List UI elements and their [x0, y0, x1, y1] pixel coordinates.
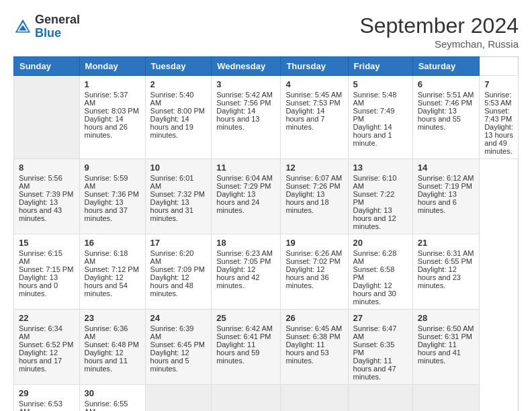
day-number: 8: [19, 163, 75, 173]
sunrise-label: Sunrise: 5:51 AM: [418, 91, 474, 99]
sunrise-label: Sunrise: 6:42 AM: [216, 324, 273, 332]
sunset-label: Sunset: 7:02 PM: [285, 257, 340, 265]
day-number: 12: [285, 163, 343, 173]
calendar-cell: 3 Sunrise: 5:42 AM Sunset: 7:56 PM Dayli…: [212, 76, 281, 159]
sunset-label: Sunset: 7:39 PM: [19, 190, 73, 198]
day-number: 29: [19, 388, 75, 398]
sunset-label: Sunset: 6:52 PM: [19, 340, 73, 349]
col-header-wednesday: Wednesday: [212, 57, 281, 76]
day-number: 6: [418, 79, 474, 89]
daylight-label: Daylight: 12 hours and 42 minutes.: [216, 265, 259, 289]
daylight-label: Daylight: 13 hours and 18 minutes.: [285, 190, 328, 214]
calendar-cell: 2 Sunrise: 5:40 AM Sunset: 8:00 PM Dayli…: [145, 76, 212, 159]
month-title: September 2024: [359, 13, 519, 38]
sunset-label: Sunset: 8:00 PM: [150, 107, 205, 115]
col-header-sunday: Sunday: [14, 57, 80, 76]
calendar-cell: 23 Sunrise: 6:36 AM Sunset: 6:48 PM Dayl…: [79, 310, 145, 385]
calendar-cell: 18 Sunrise: 6:23 AM Sunset: 7:05 PM Dayl…: [212, 234, 281, 310]
sunset-label: Sunset: 6:45 PM: [150, 340, 205, 349]
sunset-label: Sunset: 7:05 PM: [216, 257, 271, 265]
day-number: 4: [285, 79, 343, 89]
logo-blue-text: Blue: [35, 26, 61, 40]
sunset-label: Sunset: 6:58 PM: [353, 265, 395, 281]
daylight-label: Daylight: 13 hours and 24 minutes.: [216, 190, 259, 214]
sunrise-label: Sunrise: 6:20 AM: [150, 249, 194, 265]
sunrise-label: Sunrise: 6:50 AM: [418, 324, 474, 332]
sunset-label: Sunset: 6:31 PM: [418, 332, 472, 340]
day-number: 2: [150, 79, 207, 89]
calendar-cell: 17 Sunrise: 6:20 AM Sunset: 7:09 PM Dayl…: [145, 234, 212, 310]
sunrise-label: Sunrise: 6:53 AM: [19, 400, 62, 411]
calendar-cell: 13 Sunrise: 6:10 AM Sunset: 7:22 PM Dayl…: [348, 159, 412, 234]
calendar-cell: 7 Sunrise: 5:53 AM Sunset: 7:43 PM Dayli…: [480, 76, 519, 159]
day-number: 19: [285, 238, 343, 248]
sunset-label: Sunset: 7:56 PM: [216, 99, 271, 107]
sunset-label: Sunset: 6:35 PM: [353, 340, 395, 357]
daylight-label: Daylight: 13 hours and 31 minutes.: [150, 198, 193, 222]
sunrise-label: Sunrise: 6:18 AM: [85, 249, 128, 265]
sunrise-label: Sunrise: 6:26 AM: [285, 249, 342, 257]
day-number: 27: [353, 313, 408, 323]
daylight-label: Daylight: 11 hours and 59 minutes.: [216, 340, 259, 365]
sunset-label: Sunset: 7:49 PM: [353, 107, 395, 123]
day-number: 15: [19, 238, 75, 248]
sunrise-label: Sunrise: 6:36 AM: [85, 324, 128, 340]
day-number: 21: [418, 238, 474, 248]
logo: General Blue: [13, 13, 80, 40]
daylight-label: Daylight: 13 hours and 49 minutes.: [484, 123, 513, 155]
day-number: 25: [216, 313, 275, 323]
sunrise-label: Sunrise: 6:34 AM: [19, 324, 62, 340]
calendar-cell: 30 Sunrise: 6:55 AM Sunset: 6:24 PM Dayl…: [79, 385, 145, 412]
calendar-table: SundayMondayTuesdayWednesdayThursdayFrid…: [13, 56, 519, 411]
sunset-label: Sunset: 7:32 PM: [150, 190, 205, 198]
col-header-saturday: Saturday: [412, 57, 479, 76]
sunrise-label: Sunrise: 6:47 AM: [353, 324, 397, 340]
calendar-cell: 20 Sunrise: 6:28 AM Sunset: 6:58 PM Dayl…: [348, 234, 412, 310]
daylight-label: Daylight: 12 hours and 11 minutes.: [85, 349, 128, 373]
logo-general-text: General: [35, 13, 80, 26]
sunset-label: Sunset: 7:09 PM: [150, 265, 205, 273]
daylight-label: Daylight: 13 hours and 55 minutes.: [418, 107, 461, 131]
sunrise-label: Sunrise: 6:28 AM: [353, 249, 397, 265]
day-number: 22: [19, 313, 75, 323]
sunset-label: Sunset: 7:29 PM: [216, 182, 271, 190]
daylight-label: Daylight: 12 hours and 30 minutes.: [353, 281, 396, 306]
sunrise-label: Sunrise: 6:04 AM: [216, 174, 273, 182]
calendar-cell: 1 Sunrise: 5:37 AM Sunset: 8:03 PM Dayli…: [79, 76, 145, 159]
calendar-cell: [212, 385, 281, 412]
calendar-cell: 29 Sunrise: 6:53 AM Sunset: 6:28 PM Dayl…: [14, 385, 80, 412]
daylight-label: Daylight: 14 hours and 26 minutes.: [85, 115, 128, 139]
daylight-label: Daylight: 14 hours and 13 minutes.: [216, 107, 259, 131]
page-header: General Blue September 2024 Seymchan, Ru…: [13, 13, 519, 50]
calendar-cell: 10 Sunrise: 6:01 AM Sunset: 7:32 PM Dayl…: [145, 159, 212, 234]
week-row-3: 15 Sunrise: 6:15 AM Sunset: 7:15 PM Dayl…: [14, 234, 519, 310]
day-number: 16: [85, 238, 140, 248]
calendar-cell: 24 Sunrise: 6:39 AM Sunset: 6:45 PM Dayl…: [145, 310, 212, 385]
daylight-label: Daylight: 13 hours and 0 minutes.: [19, 273, 58, 298]
sunset-label: Sunset: 6:38 PM: [285, 332, 340, 340]
daylight-label: Daylight: 14 hours and 7 minutes.: [285, 107, 324, 131]
day-number: 1: [85, 79, 140, 89]
sunrise-label: Sunrise: 5:42 AM: [216, 91, 273, 99]
sunrise-label: Sunrise: 6:23 AM: [216, 249, 273, 257]
week-row-4: 22 Sunrise: 6:34 AM Sunset: 6:52 PM Dayl…: [14, 310, 519, 385]
calendar-cell: 19 Sunrise: 6:26 AM Sunset: 7:02 PM Dayl…: [281, 234, 348, 310]
col-header-monday: Monday: [79, 57, 145, 76]
calendar-cell: 16 Sunrise: 6:18 AM Sunset: 7:12 PM Dayl…: [79, 234, 145, 310]
col-header-tuesday: Tuesday: [145, 57, 212, 76]
calendar-cell: 12 Sunrise: 6:07 AM Sunset: 7:26 PM Dayl…: [281, 159, 348, 234]
calendar-cell: 15 Sunrise: 6:15 AM Sunset: 7:15 PM Dayl…: [14, 234, 80, 310]
calendar-cell: 27 Sunrise: 6:47 AM Sunset: 6:35 PM Dayl…: [348, 310, 412, 385]
day-number: 18: [216, 238, 275, 248]
daylight-label: Daylight: 12 hours and 36 minutes.: [285, 265, 328, 289]
daylight-label: Daylight: 12 hours and 48 minutes.: [150, 273, 193, 298]
day-number: 3: [216, 79, 275, 89]
calendar-cell: 26 Sunrise: 6:45 AM Sunset: 6:38 PM Dayl…: [281, 310, 348, 385]
day-number: 17: [150, 238, 207, 248]
day-number: 13: [353, 163, 408, 173]
calendar-cell: 22 Sunrise: 6:34 AM Sunset: 6:52 PM Dayl…: [14, 310, 80, 385]
day-number: 14: [418, 163, 474, 173]
calendar-cell: 5 Sunrise: 5:48 AM Sunset: 7:49 PM Dayli…: [348, 76, 412, 159]
daylight-label: Daylight: 11 hours and 41 minutes.: [418, 340, 461, 365]
daylight-label: Daylight: 13 hours and 12 minutes.: [353, 206, 396, 230]
